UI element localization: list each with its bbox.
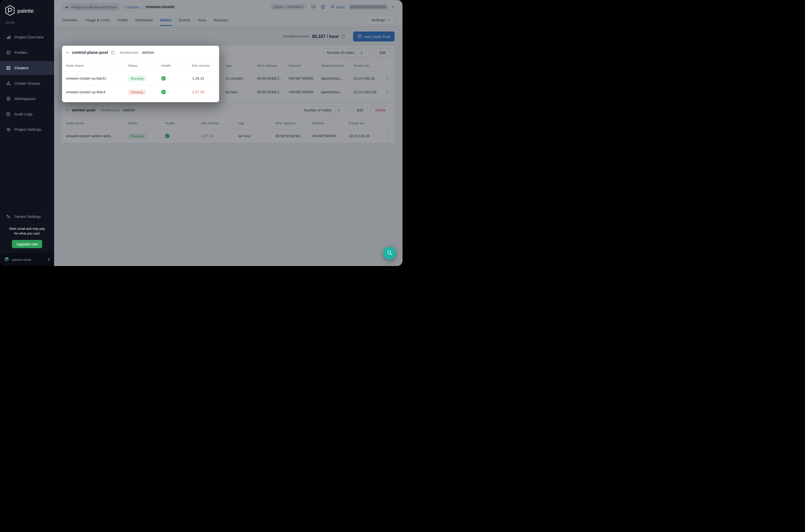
column-header: Network: [289, 64, 321, 68]
collapse-sidebar-icon[interactable]: [48, 258, 50, 261]
sidebar-item-workspaces[interactable]: Workspaces: [0, 92, 54, 106]
nodes-count-input[interactable]: [358, 48, 372, 57]
cluster-groups-icon: [6, 81, 11, 86]
cluster-tabs: Overview Usage & Costs Profile Workloads…: [54, 14, 402, 26]
column-header: Status: [128, 64, 161, 68]
breadcrumb-clusters-link[interactable]: Clusters: [126, 5, 139, 9]
brand-name: palette: [17, 8, 34, 14]
sidebar-item-cluster-groups[interactable]: Cluster Groups: [0, 76, 54, 90]
rate-info-icon[interactable]: [341, 35, 345, 38]
upgrade-button[interactable]: Upgrade now: [12, 240, 42, 248]
pool-info-icon[interactable]: [111, 51, 115, 55]
node-mac: 00:50:56:b8:2...: [257, 76, 289, 80]
help-search-fab-button[interactable]: [383, 247, 396, 260]
usage-badge-label: 1.49/100kCh: [286, 5, 303, 9]
worker-pool-header: worker-pool Architecture: AMD64 Number o…: [62, 103, 395, 117]
tabs-spacer: [235, 14, 360, 26]
sidebar-item-project-settings[interactable]: Project Settings: [0, 122, 54, 136]
node-name: vmware-cluster-worker-pool...: [66, 134, 128, 138]
table-row: vmware-cluster-cp-kdz42 Running 1.28.13 …: [62, 72, 395, 85]
breadcrumb-project-chip[interactable]: Project-ScaleSecureTutoria: [62, 3, 120, 11]
node-status-cell: Running: [128, 76, 161, 81]
estimated-rate-row: ESTIMATED RATE $0.337 / hour New Node Po…: [62, 31, 395, 42]
number-of-nodes-label: Number of nodes: [300, 106, 335, 115]
sidebar-item-tenant-settings[interactable]: Tenant Settings: [0, 210, 54, 224]
plus-circle-icon: [358, 34, 362, 39]
chart-icon: [6, 35, 11, 39]
pool-controls: Number of nodes Edit Delete: [300, 106, 390, 115]
node-age: 11 minutes: [226, 76, 257, 80]
node-network: VM-NETWORK: [312, 134, 349, 138]
docs-label: Docs: [337, 5, 345, 9]
nodes-count-input[interactable]: [335, 106, 349, 115]
health-ok-icon: [161, 90, 192, 94]
tab-overview[interactable]: Overview: [62, 14, 78, 26]
tab-backups[interactable]: Backups: [214, 14, 228, 26]
sidebar-item-clusters[interactable]: Clusters: [0, 61, 54, 75]
edit-pool-button[interactable]: Edit: [375, 48, 390, 57]
promo-line-2: for what you use!: [3, 231, 51, 236]
tab-usage-costs[interactable]: Usage & Costs: [85, 14, 110, 26]
node-mac: 00:50:56:b8:5d:...: [275, 134, 312, 138]
breadcrumb-separator: /: [142, 5, 143, 9]
usage-badge: 1.49/100kCh: [270, 4, 306, 10]
breadcrumb-separator: /: [122, 5, 123, 9]
column-header: Age: [226, 64, 257, 68]
status-badge: Deleting: [128, 89, 146, 95]
new-node-pool-button[interactable]: New Node Pool: [353, 32, 395, 41]
tools-icon: [6, 214, 11, 219]
pool-title: control-plane-pool: [72, 50, 108, 55]
column-header: Node Name: [66, 121, 128, 125]
node-search-domain: spectroclou...: [321, 90, 353, 94]
tab-workloads[interactable]: Workloads: [135, 14, 153, 26]
user-menu-chevron-icon[interactable]: [391, 6, 395, 8]
settings-button[interactable]: Settings: [367, 15, 395, 24]
tab-nodes[interactable]: Nodes: [160, 14, 172, 26]
row-menu-icon[interactable]: [382, 88, 392, 96]
app-window: palette 4.4.20 Project Overview Profiles…: [0, 0, 402, 266]
node-name: vmware-cluster-cp-9rkc4: [66, 90, 128, 94]
tab-profile[interactable]: Profile: [117, 14, 128, 26]
sidebar-item-label: Project Settings: [14, 127, 41, 132]
audit-logs-icon: [6, 112, 11, 116]
architecture-label: Architecture:: [101, 108, 120, 112]
compass-icon[interactable]: [321, 4, 326, 10]
sidebar-item-project-overview[interactable]: Project Overview: [0, 30, 54, 44]
row-menu-icon[interactable]: [382, 75, 392, 82]
worker-pool-section: worker-pool Architecture: AMD64 Number o…: [62, 103, 395, 143]
chevron-down-icon: [387, 19, 390, 21]
edit-pool-button[interactable]: Edit: [352, 106, 368, 115]
tab-events[interactable]: Events: [179, 14, 191, 26]
table-row: vmware-cluster-cp-9rkc4 Deleting 1.27.15…: [62, 85, 395, 99]
status-badge: Running: [128, 133, 146, 139]
sidebar-item-audit-logs[interactable]: Audit Logs: [0, 107, 54, 121]
delete-pool-button[interactable]: Delete: [371, 106, 390, 115]
number-of-nodes-control: Number of nodes: [300, 106, 349, 115]
column-header: MAC address: [257, 64, 289, 68]
node-private-ips: 10.10.130.26: [349, 134, 382, 138]
control-plane-pool-header: control-plane-pool Architecture: AMD64 N…: [62, 46, 395, 60]
column-header: Age: [238, 121, 275, 125]
health-ok-icon: [165, 134, 201, 138]
pool-title: worker-pool: [72, 108, 95, 112]
column-header: Private Ips: [349, 121, 382, 125]
promo-text: Start small and only pay for what you us…: [0, 225, 54, 240]
collapse-pool-icon[interactable]: [66, 109, 69, 111]
main-area: Project-ScaleSecureTutoria / Clusters / …: [54, 0, 402, 266]
table-row: vmware-cluster-worker-pool... Running 1.…: [62, 129, 395, 143]
tab-scan[interactable]: Scan: [198, 14, 206, 26]
workspaces-icon: [6, 96, 11, 101]
redacted-usage-segment: [273, 6, 284, 8]
chat-icon[interactable]: [311, 4, 316, 10]
node-private-ips: 10.10.146.182, 1...: [353, 76, 382, 80]
gear-icon: [6, 127, 11, 132]
column-header: Private Ips: [353, 64, 382, 68]
sidebar-item-profiles[interactable]: Profiles: [0, 46, 54, 60]
docs-link[interactable]: Docs: [330, 4, 345, 10]
book-icon: [330, 4, 335, 10]
column-header: Status: [128, 121, 165, 125]
collapse-pool-icon[interactable]: [66, 52, 69, 54]
status-badge: Running: [128, 76, 146, 81]
architecture-label: Architecture:: [120, 51, 139, 55]
row-menu-icon[interactable]: [382, 132, 392, 140]
